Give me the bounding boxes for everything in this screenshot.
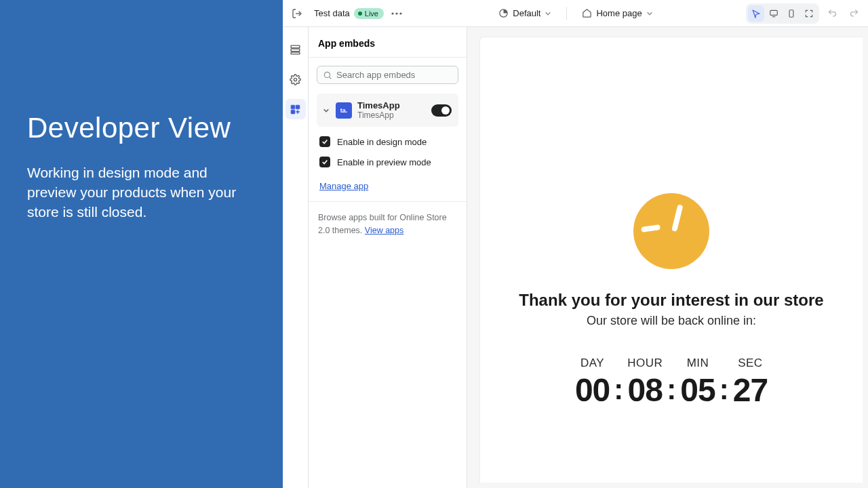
chevron-down-icon bbox=[646, 10, 653, 17]
more-icon[interactable] bbox=[388, 5, 406, 22]
thank-you-heading: Thank you for your interest in our store bbox=[519, 291, 823, 310]
manage-app-link[interactable]: Manage app bbox=[317, 180, 458, 192]
min-value: 05 bbox=[680, 371, 715, 409]
page-dropdown-label: Home page bbox=[596, 8, 642, 18]
enable-design-row[interactable]: Enable in design mode bbox=[317, 136, 458, 147]
enable-design-label: Enable in design mode bbox=[337, 137, 427, 147]
preview-area: Thank you for your interest in our store… bbox=[467, 27, 868, 488]
hour-value: 08 bbox=[628, 371, 663, 409]
app-icon: ta. bbox=[336, 102, 352, 119]
svg-rect-14 bbox=[291, 110, 295, 114]
svg-point-2 bbox=[395, 12, 397, 14]
style-dropdown[interactable]: Default bbox=[498, 8, 551, 18]
sidebar-title: App embeds bbox=[309, 27, 467, 58]
home-icon bbox=[582, 8, 592, 18]
checkbox-icon bbox=[319, 136, 330, 147]
svg-rect-10 bbox=[291, 52, 300, 54]
enable-preview-label: Enable in preview mode bbox=[337, 157, 431, 167]
device-group bbox=[746, 3, 819, 24]
test-data-label: Test data bbox=[314, 8, 350, 18]
svg-point-15 bbox=[324, 72, 330, 77]
nav-rail bbox=[283, 27, 309, 488]
promo-heading: Developer View bbox=[27, 112, 256, 144]
svg-rect-8 bbox=[291, 45, 300, 48]
hour-label: HOUR bbox=[627, 357, 663, 370]
checkbox-icon bbox=[319, 157, 330, 167]
sec-label: SEC bbox=[738, 357, 762, 370]
clock-icon bbox=[633, 193, 709, 269]
inspector-icon[interactable] bbox=[748, 5, 764, 22]
page-dropdown[interactable]: Home page bbox=[582, 8, 652, 18]
svg-line-16 bbox=[330, 77, 332, 79]
sidebar: App embeds ta. TimesApp TimesApp bbox=[309, 27, 467, 488]
search-field[interactable] bbox=[336, 70, 452, 80]
enable-preview-row[interactable]: Enable in preview mode bbox=[317, 157, 458, 167]
view-apps-link[interactable]: View apps bbox=[365, 226, 403, 235]
app-subtitle: TimesApp bbox=[357, 110, 426, 120]
svg-point-11 bbox=[294, 78, 296, 81]
preview-canvas: Thank you for your interest in our store… bbox=[479, 37, 863, 483]
app-toggle[interactable] bbox=[431, 104, 452, 117]
live-pill: Live bbox=[354, 8, 384, 19]
svg-rect-13 bbox=[296, 105, 300, 109]
search-icon bbox=[323, 70, 332, 80]
chevron-down-icon bbox=[322, 107, 330, 114]
main: App embeds ta. TimesApp TimesApp bbox=[283, 27, 868, 488]
day-label: DAY bbox=[580, 357, 604, 370]
redo-icon[interactable] bbox=[845, 5, 863, 22]
day-value: 00 bbox=[575, 371, 610, 409]
svg-rect-5 bbox=[770, 10, 778, 15]
style-dropdown-label: Default bbox=[513, 8, 540, 18]
divider bbox=[566, 7, 567, 20]
promo-subtext: Working in design mode and preview your … bbox=[27, 163, 256, 222]
sections-icon[interactable] bbox=[285, 39, 306, 60]
min-label: MIN bbox=[687, 357, 709, 370]
undo-icon[interactable] bbox=[823, 5, 841, 22]
exit-icon[interactable] bbox=[288, 5, 306, 22]
browse-apps-text: Browse apps built for Online Store 2.0 t… bbox=[309, 201, 467, 237]
svg-rect-9 bbox=[291, 49, 300, 52]
desktop-icon[interactable] bbox=[766, 5, 782, 22]
promo-panel: Developer View Working in design mode an… bbox=[0, 0, 283, 488]
sec-value: 27 bbox=[733, 371, 768, 409]
svg-point-3 bbox=[399, 12, 401, 14]
app-embed-item[interactable]: ta. TimesApp TimesApp bbox=[317, 94, 458, 127]
topbar: Test data Live Default Home page bbox=[283, 0, 868, 27]
embeds-icon[interactable] bbox=[285, 99, 306, 119]
back-online-text: Our store will be back online in: bbox=[587, 314, 756, 328]
app-shell: Test data Live Default Home page bbox=[283, 0, 868, 488]
svg-rect-12 bbox=[291, 105, 295, 109]
settings-icon[interactable] bbox=[285, 69, 306, 89]
fullscreen-icon[interactable] bbox=[801, 5, 817, 22]
svg-point-1 bbox=[391, 12, 393, 14]
search-input[interactable] bbox=[317, 66, 458, 84]
mobile-icon[interactable] bbox=[783, 5, 800, 22]
countdown: DAY 00 : HOUR 08 : MIN 05 : SEC bbox=[575, 357, 768, 409]
app-name: TimesApp bbox=[357, 100, 426, 110]
palette-icon bbox=[498, 8, 509, 18]
svg-rect-7 bbox=[789, 9, 793, 17]
chevron-down-icon bbox=[545, 10, 551, 17]
